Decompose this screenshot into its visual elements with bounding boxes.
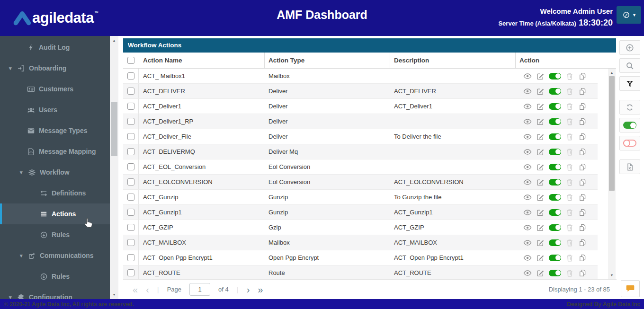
table-row[interactable]: ACT_DELIVERMQDeliver Mq (123, 144, 598, 159)
delete-icon[interactable] (565, 269, 574, 277)
edit-icon[interactable] (536, 132, 545, 141)
sidebar-item-customers[interactable]: Customers (0, 79, 110, 99)
edit-icon[interactable] (536, 72, 545, 80)
edit-icon[interactable] (536, 208, 545, 217)
view-icon[interactable] (523, 208, 532, 217)
delete-icon[interactable] (565, 238, 574, 247)
edit-icon[interactable] (536, 163, 545, 171)
scroll-down-icon[interactable]: ▼ (110, 293, 118, 296)
status-toggle-on[interactable] (549, 133, 561, 140)
sidebar-item-definitions[interactable]: Definitions (0, 183, 110, 203)
status-toggle-on[interactable] (549, 239, 561, 246)
table-row[interactable]: ACT_Deliver1_RPDeliver (123, 114, 598, 129)
scroll-up-icon[interactable]: ▲ (608, 71, 616, 74)
view-icon[interactable] (523, 254, 532, 262)
next-page-button[interactable]: › (247, 285, 250, 294)
table-row[interactable]: ACT_MAILBOXMailboxACT_MAILBOX (123, 235, 598, 250)
view-icon[interactable] (523, 72, 532, 80)
scroll-down-icon[interactable]: ▼ (608, 274, 616, 277)
row-checkbox[interactable] (127, 148, 134, 155)
sidebar-item-message-mapping[interactable]: Message Mapping (0, 141, 110, 162)
column-header-action[interactable]: Action (515, 53, 616, 68)
table-row[interactable]: ACT_Deliver_FileDeliverTo Deliver the fi… (123, 129, 598, 144)
delete-icon[interactable] (565, 148, 574, 156)
status-toggle-on[interactable] (549, 209, 561, 216)
copy-icon[interactable] (578, 148, 587, 156)
row-checkbox[interactable] (127, 194, 134, 201)
delete-icon[interactable] (565, 208, 574, 217)
copy-icon[interactable] (578, 238, 587, 247)
filter-button[interactable] (619, 76, 640, 91)
delete-icon[interactable] (565, 178, 574, 186)
status-toggle-on[interactable] (549, 255, 561, 261)
status-toggle-on[interactable] (549, 224, 561, 231)
edit-icon[interactable] (536, 178, 545, 186)
sidebar-item-configuration[interactable]: ▾Configuration (0, 287, 110, 299)
enable-toggle-button[interactable] (619, 118, 640, 132)
copy-icon[interactable] (578, 117, 587, 126)
user-menu-button[interactable]: ▾ (617, 6, 641, 24)
row-checkbox[interactable] (127, 118, 134, 125)
copy-icon[interactable] (578, 132, 587, 141)
row-checkbox[interactable] (127, 103, 134, 110)
table-row[interactable]: ACT_ROUTERouteACT_ROUTE (123, 265, 598, 279)
chat-button[interactable] (621, 280, 640, 297)
edit-icon[interactable] (536, 102, 545, 111)
status-toggle-on[interactable] (549, 73, 561, 79)
first-page-button[interactable]: « (133, 285, 138, 294)
sidebar-scrollbar-thumb[interactable] (111, 102, 117, 156)
status-toggle-on[interactable] (549, 149, 561, 155)
delete-icon[interactable] (565, 132, 574, 141)
sidebar-item-message-types[interactable]: Message Types (0, 120, 110, 141)
search-button[interactable] (619, 58, 640, 73)
table-row[interactable]: ACT_Open Pgp Encrypt1Open Pgp EncryptACT… (123, 250, 598, 265)
edit-icon[interactable] (536, 87, 545, 96)
table-row[interactable]: ACT_GunzipGunzipTo Gunzip the file (123, 190, 598, 205)
edit-icon[interactable] (536, 223, 545, 232)
row-checkbox[interactable] (127, 224, 134, 231)
status-toggle-on[interactable] (549, 194, 561, 201)
sidebar-item-onboarding[interactable]: ▾Onboarding (0, 58, 110, 79)
sidebar-scrollbar[interactable]: ▲ ▼ (110, 36, 118, 299)
row-checkbox[interactable] (127, 254, 134, 261)
last-page-button[interactable]: » (258, 285, 263, 294)
copy-icon[interactable] (578, 87, 587, 96)
copy-icon[interactable] (578, 72, 587, 80)
status-toggle-on[interactable] (549, 270, 561, 276)
view-icon[interactable] (523, 117, 532, 126)
table-row[interactable]: ACT_ Mailbox1Mailbox (123, 69, 598, 84)
edit-icon[interactable] (536, 254, 545, 262)
delete-icon[interactable] (565, 102, 574, 111)
copy-icon[interactable] (578, 102, 587, 111)
row-checkbox[interactable] (127, 88, 134, 95)
copy-icon[interactable] (578, 269, 587, 277)
table-row[interactable]: ACT_Deliver1DeliverACT_Deliver1 (123, 99, 598, 114)
view-icon[interactable] (523, 269, 532, 277)
row-checkbox[interactable] (127, 239, 134, 246)
sidebar-item-users[interactable]: Users (0, 99, 110, 120)
row-checkbox[interactable] (127, 163, 134, 170)
delete-icon[interactable] (565, 254, 574, 262)
edit-icon[interactable] (536, 269, 545, 277)
copy-icon[interactable] (578, 163, 587, 171)
table-row[interactable]: ACT_EOLCONVERSIONEol ConversionACT_EOLCO… (123, 175, 598, 190)
status-toggle-on[interactable] (549, 103, 561, 110)
table-scrollbar[interactable]: ▲ ▼ (608, 69, 616, 279)
view-icon[interactable] (523, 238, 532, 247)
edit-icon[interactable] (536, 148, 545, 156)
copy-icon[interactable] (578, 223, 587, 232)
view-icon[interactable] (523, 193, 532, 202)
sidebar-item-actions[interactable]: Actions (0, 203, 110, 224)
column-header-action-name[interactable]: Action Name (139, 53, 264, 68)
table-row[interactable]: ACT_Gunzip1GunzipACT_Gunzip1 (123, 205, 598, 220)
view-icon[interactable] (523, 132, 532, 141)
row-checkbox[interactable] (127, 178, 134, 185)
row-checkbox[interactable] (127, 72, 134, 79)
edit-icon[interactable] (536, 238, 545, 247)
table-scrollbar-thumb[interactable] (609, 76, 615, 191)
table-row[interactable]: ACT_DELIVERDeliverACT_DELIVER (123, 84, 598, 99)
status-toggle-on[interactable] (549, 88, 561, 95)
delete-icon[interactable] (565, 117, 574, 126)
table-row[interactable]: ACT_GZIPGzipACT_GZIP (123, 220, 598, 235)
view-icon[interactable] (523, 87, 532, 96)
